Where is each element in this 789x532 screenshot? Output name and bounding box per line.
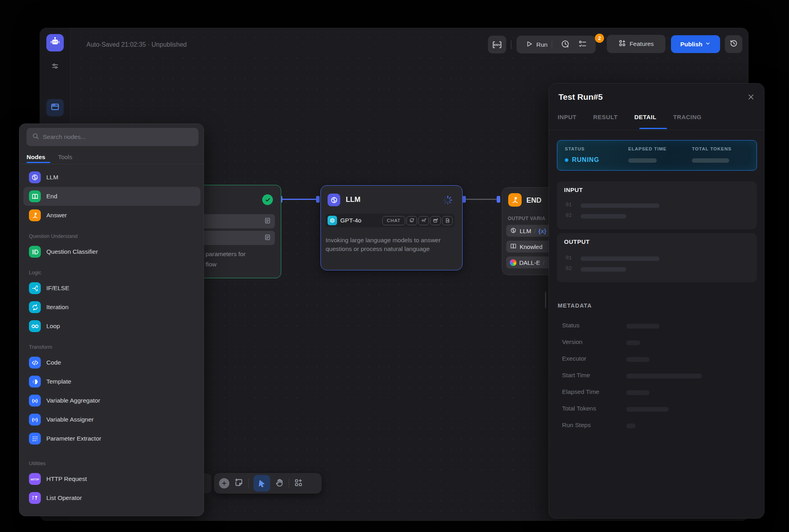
- skeleton-bar: [626, 340, 640, 345]
- app-logo[interactable]: [46, 34, 64, 51]
- palette-item-question-classifier[interactable]: Question Classifier: [19, 242, 204, 261]
- output-variables-label: OUTPUT VARIA: [508, 216, 545, 221]
- success-check-icon: [262, 194, 273, 205]
- search-input[interactable]: [43, 133, 193, 141]
- metadata-row: Run Steps: [562, 422, 752, 430]
- skeleton-bar: [628, 158, 657, 163]
- palette-item-iteration[interactable]: Iteration: [19, 298, 204, 317]
- tab-tools[interactable]: Tools: [58, 154, 72, 161]
- metadata-label: Elapsed Time: [562, 388, 599, 395]
- palette-item-answer[interactable]: Answer: [19, 206, 204, 225]
- skeleton-bar: [581, 256, 659, 261]
- run-history-clock-icon[interactable]: [561, 40, 570, 50]
- palette-item-code[interactable]: Code: [19, 353, 204, 372]
- end-node-input-handle[interactable]: [497, 196, 500, 203]
- document-capability-icon: [442, 216, 453, 225]
- add-note-button[interactable]: [234, 478, 244, 489]
- palette-item-label: LLM: [46, 174, 58, 181]
- checklist-icon[interactable]: [578, 40, 587, 50]
- robot-icon: [50, 37, 60, 49]
- tab-nodes[interactable]: Nodes: [27, 154, 45, 161]
- list-operator-icon: [29, 492, 41, 504]
- skeleton-bar: [692, 158, 729, 163]
- end-node-icon: [508, 193, 522, 207]
- skeleton-bar: [626, 424, 636, 428]
- edge-start-to-llm: [282, 199, 318, 200]
- palette-item-label: End: [46, 193, 57, 200]
- metadata-label: Status: [562, 322, 579, 329]
- running-spinner-icon: [443, 195, 453, 207]
- tab-tracing[interactable]: TRACING: [673, 114, 701, 120]
- tab-result[interactable]: RESULT: [593, 114, 618, 120]
- input-section-title: INPUT: [564, 186, 583, 193]
- separator: /: [543, 259, 545, 266]
- palette-item-variable-assigner[interactable]: {=} Variable Assigner: [19, 410, 204, 429]
- palette-divider: [19, 164, 204, 164]
- palette-item-end[interactable]: End: [23, 187, 200, 206]
- preview-window-button[interactable]: [46, 99, 64, 116]
- output-variable-node-name: Knowled: [520, 243, 543, 250]
- add-node-button[interactable]: [219, 478, 229, 488]
- panel-tabs: INPUT RESULT DETAIL TRACING: [558, 114, 701, 120]
- palette-item-llm[interactable]: LLM: [19, 168, 204, 187]
- publish-button-label: Publish: [680, 41, 703, 48]
- if-else-icon: [29, 282, 41, 294]
- metadata-label: Run Steps: [562, 422, 591, 429]
- pointer-tool-button[interactable]: [253, 475, 270, 492]
- palette-item-label: Variable Aggregator: [46, 397, 100, 404]
- palette-item-parameter-extractor[interactable]: Parameter Extractor: [19, 429, 204, 448]
- env-button[interactable]: ENV: [488, 36, 506, 53]
- publish-button[interactable]: Publish: [671, 35, 720, 53]
- checklist-count-badge: 2: [595, 34, 604, 43]
- knowledge-book-icon: [510, 243, 517, 251]
- metadata-row: Total Tokens: [562, 405, 752, 414]
- http-request-icon: HTTP: [29, 473, 41, 485]
- toolbar-divider: [248, 479, 249, 488]
- search-icon: [32, 133, 39, 141]
- features-button[interactable]: Features: [607, 35, 665, 53]
- palette-item-template[interactable]: Template: [19, 372, 204, 391]
- section-question-understand: Question Understand: [19, 225, 204, 242]
- panel-title: Test Run#5: [558, 92, 603, 102]
- svg-text:{x}: {x}: [32, 398, 38, 403]
- palette-item-if-else[interactable]: IF/ELSE: [19, 279, 204, 298]
- palette-item-label: HTTP Request: [46, 475, 87, 483]
- palette-item-list-operator[interactable]: List Operator: [19, 488, 204, 507]
- active-tab-underline: [27, 162, 50, 163]
- preferences-sliders-icon[interactable]: [51, 62, 59, 70]
- separator: /: [534, 228, 536, 234]
- llm-node-title: LLM: [346, 196, 360, 204]
- toolbar-divider: [289, 479, 289, 488]
- palette-item-label: IF/ELSE: [46, 285, 69, 292]
- test-run-panel: Test Run#5 INPUT RESULT DETAIL TRACING S…: [549, 83, 764, 519]
- variable-token: {x}: [538, 228, 546, 234]
- run-button[interactable]: Run: [516, 40, 552, 49]
- palette-item-variable-aggregator[interactable]: {x} Variable Aggregator: [19, 391, 204, 410]
- window-icon: [50, 102, 60, 113]
- document-list-icon: [264, 234, 271, 242]
- skeleton-bar: [581, 203, 659, 208]
- palette-item-label: Parameter Extractor: [46, 435, 101, 442]
- node-search-box[interactable]: [27, 128, 198, 146]
- llm-node-input-handle[interactable]: [316, 196, 320, 203]
- llm-model-selector[interactable]: GPT-4o CHAT: [326, 214, 455, 227]
- hand-tool-button[interactable]: [275, 478, 284, 489]
- tab-detail[interactable]: DETAIL: [634, 114, 656, 120]
- close-icon[interactable]: [746, 92, 756, 102]
- skeleton-bar: [626, 357, 650, 362]
- llm-node[interactable]: [320, 185, 463, 270]
- row-index: 01: [566, 255, 572, 261]
- palette-item-http-request[interactable]: HTTP HTTP Request: [19, 469, 204, 488]
- metadata-label: Version: [562, 338, 583, 346]
- version-history-button[interactable]: [725, 35, 742, 53]
- canvas-scrollbar[interactable]: [545, 292, 546, 308]
- section-transform: Transform: [19, 336, 204, 353]
- organize-nodes-button[interactable]: [294, 478, 303, 489]
- cursor-icon: [257, 479, 266, 488]
- tab-input[interactable]: INPUT: [558, 114, 577, 120]
- llm-node-output-handle[interactable]: [462, 196, 466, 203]
- section-logic: Logic: [19, 261, 204, 279]
- palette-item-loop[interactable]: Loop: [19, 317, 204, 336]
- chat-mode-badge: CHAT: [382, 216, 405, 225]
- elapsed-time-label: ELAPSED TIME: [628, 146, 667, 151]
